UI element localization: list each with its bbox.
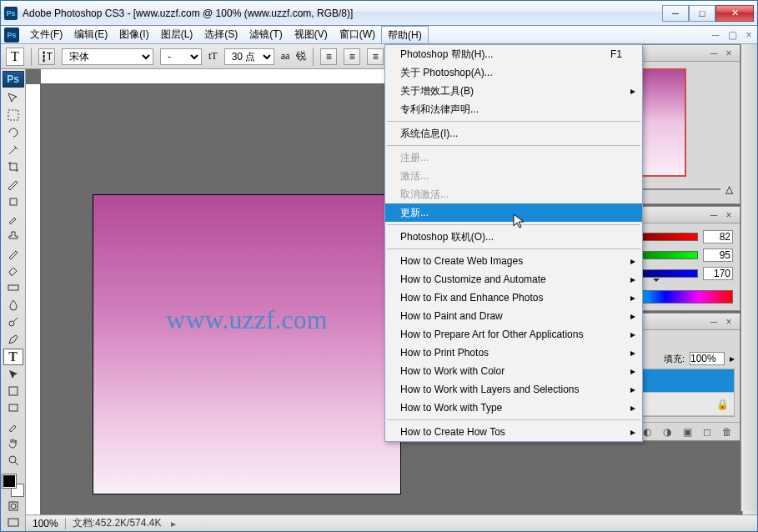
- stamp-tool[interactable]: [3, 228, 23, 244]
- foreground-color[interactable]: [3, 474, 16, 488]
- menu-l[interactable]: 图层(L): [155, 26, 199, 43]
- app-icon: Ps: [4, 7, 18, 20]
- eraser-tool[interactable]: [3, 263, 23, 279]
- b-value[interactable]: [703, 267, 733, 280]
- svg-rect-1: [10, 198, 17, 205]
- panel-minimize-icon[interactable]: ─: [708, 48, 720, 59]
- toolbox-logo[interactable]: Ps: [3, 71, 24, 88]
- help-menu-dropdown: Photoshop 帮助(H)...F1关于 Photoshop(A)...关于…: [384, 44, 643, 442]
- new-layer-icon[interactable]: ◻: [700, 425, 715, 439]
- maximize-button[interactable]: □: [689, 5, 715, 22]
- shape-tool[interactable]: [3, 384, 23, 400]
- menuitem[interactable]: How to Work with Type▸: [385, 399, 642, 417]
- marquee-tool[interactable]: [3, 108, 23, 124]
- menuitem[interactable]: How to Paint and Draw▸: [385, 307, 642, 325]
- doc-restore-icon[interactable]: ▢: [724, 26, 740, 43]
- menuitem[interactable]: 关于增效工具(B)▸: [385, 82, 642, 100]
- menu-e[interactable]: 编辑(E): [68, 26, 113, 43]
- menuitem[interactable]: 关于 Photoshop(A)...: [385, 63, 642, 82]
- menu-i[interactable]: 图像(I): [113, 26, 154, 43]
- antialias-mode[interactable]: 锐: [296, 49, 306, 63]
- antialias-label: aa: [281, 50, 290, 63]
- g-value[interactable]: [703, 248, 733, 262]
- menu-t[interactable]: 滤镜(T): [243, 26, 288, 43]
- eyedropper-tool[interactable]: [3, 418, 23, 434]
- pen-tool[interactable]: [3, 331, 23, 348]
- close-button[interactable]: ✕: [715, 5, 754, 22]
- menuitem: 注册...: [385, 148, 642, 167]
- menu-v[interactable]: 视图(V): [289, 26, 334, 43]
- menuitem[interactable]: 系统信息(I)...: [385, 124, 642, 143]
- color-swatches[interactable]: [3, 474, 24, 497]
- notes-tool[interactable]: [3, 400, 23, 417]
- menuitem[interactable]: How to Work with Color▸: [385, 362, 642, 380]
- doc-minimize-icon[interactable]: ─: [707, 26, 724, 43]
- layer-group-icon[interactable]: ▣: [680, 425, 695, 439]
- titlebar: Ps Adobe Photoshop CS3 - [www.uzzf.com @…: [1, 1, 757, 26]
- menuitem[interactable]: How to Prepare Art for Other Application…: [385, 325, 642, 344]
- menu-s[interactable]: 选择(S): [198, 26, 243, 43]
- svg-rect-2: [8, 285, 18, 290]
- menuitem[interactable]: How to Create Web Images▸: [385, 252, 642, 270]
- history-brush-tool[interactable]: [3, 245, 23, 262]
- r-value[interactable]: [703, 230, 733, 243]
- menuitem[interactable]: How to Print Photos▸: [385, 344, 642, 362]
- fill-arrow-icon[interactable]: ▸: [730, 353, 735, 364]
- panel-minimize-icon[interactable]: ─: [708, 209, 720, 221]
- heal-tool[interactable]: [3, 193, 23, 210]
- canvas-text: www.uzzf.com: [166, 304, 327, 335]
- ruler-vertical[interactable]: [26, 84, 41, 514]
- menuitem[interactable]: Photoshop 帮助(H)...F1: [385, 45, 642, 63]
- menuitem[interactable]: How to Create How Tos▸: [385, 423, 642, 441]
- menuitem[interactable]: 更新...: [385, 203, 642, 222]
- delete-layer-icon[interactable]: 🗑: [720, 425, 735, 439]
- panel-close-icon[interactable]: ×: [723, 48, 735, 59]
- panel-minimize-icon[interactable]: ─: [708, 316, 720, 328]
- align-center-button[interactable]: ≡: [344, 48, 360, 65]
- menuitem[interactable]: Photoshop 联机(O)...: [385, 228, 642, 246]
- quickmask-button[interactable]: [3, 498, 23, 514]
- menu-w[interactable]: 窗口(W): [334, 26, 381, 43]
- panel-close-icon[interactable]: ×: [723, 209, 735, 221]
- font-family-select[interactable]: 宋体: [62, 48, 153, 65]
- screenmode-button[interactable]: [3, 514, 23, 531]
- hand-tool[interactable]: [3, 435, 23, 452]
- document-size[interactable]: 文档:452.2K/574.4K: [66, 516, 168, 530]
- menuitem[interactable]: How to Work with Layers and Selections▸: [385, 380, 642, 399]
- blur-tool[interactable]: [3, 297, 23, 314]
- dodge-tool[interactable]: [3, 314, 23, 331]
- font-style-select[interactable]: -: [160, 48, 202, 65]
- adjustment-layer-icon[interactable]: ◑: [660, 425, 675, 439]
- zoom-level[interactable]: 100%: [26, 518, 66, 529]
- menu-f[interactable]: 文件(F): [24, 26, 68, 43]
- menuitem[interactable]: 专利和法律声明...: [385, 100, 642, 118]
- menu-h[interactable]: 帮助(H): [381, 26, 429, 43]
- zoom-tool[interactable]: [3, 452, 23, 469]
- path-select-tool[interactable]: [3, 366, 23, 383]
- collapsed-panel-dock[interactable]: [740, 44, 757, 511]
- wand-tool[interactable]: [3, 142, 23, 158]
- menubar-app-icon[interactable]: Ps: [4, 28, 19, 43]
- align-right-button[interactable]: ≡: [367, 48, 384, 65]
- text-tool-indicator: T: [6, 48, 24, 66]
- document-canvas[interactable]: www.uzzf.com: [93, 194, 401, 494]
- text-orientation-button[interactable]: ┇T: [38, 48, 55, 65]
- status-arrow-icon[interactable]: ▸: [171, 518, 176, 529]
- type-tool[interactable]: T: [3, 349, 23, 365]
- crop-tool[interactable]: [3, 159, 23, 176]
- panel-close-icon[interactable]: ×: [723, 316, 735, 328]
- gradient-tool[interactable]: [3, 279, 23, 296]
- move-tool[interactable]: [3, 90, 23, 107]
- font-size-select[interactable]: 30 点: [224, 48, 274, 65]
- menuitem[interactable]: How to Customize and Automate▸: [385, 270, 642, 289]
- lasso-tool[interactable]: [3, 124, 23, 141]
- slice-tool[interactable]: [3, 176, 23, 193]
- brush-tool[interactable]: [3, 211, 23, 228]
- doc-close-icon[interactable]: ×: [740, 26, 757, 43]
- menuitem[interactable]: How to Fix and Enhance Photos▸: [385, 289, 642, 307]
- fill-input[interactable]: [690, 352, 725, 365]
- zoom-in-icon[interactable]: △: [725, 183, 733, 195]
- minimize-button[interactable]: ─: [662, 5, 689, 22]
- align-left-button[interactable]: ≡: [320, 48, 337, 65]
- svg-rect-9: [8, 519, 18, 526]
